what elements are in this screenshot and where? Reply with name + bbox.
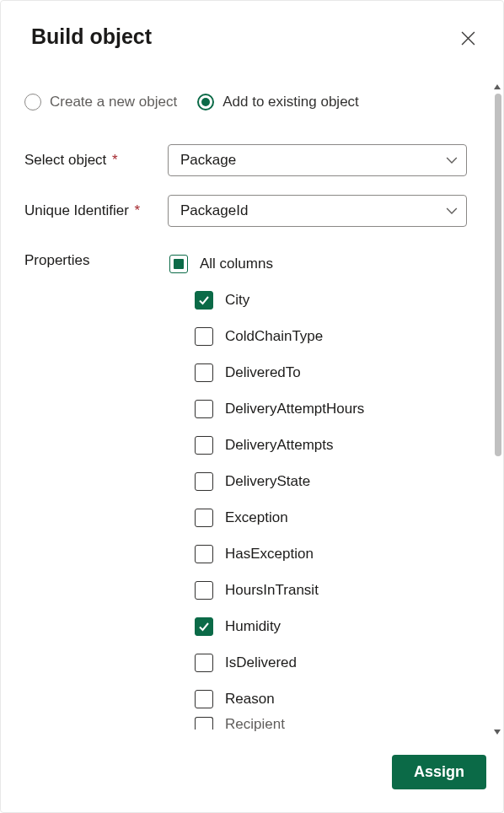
property-label: City xyxy=(225,292,249,309)
unique-id-dropdown[interactable]: PackageId xyxy=(168,195,467,227)
select-object-label: Select object * xyxy=(24,152,168,169)
radio-icon-selected xyxy=(197,94,214,110)
property-label: Exception xyxy=(225,509,288,526)
triangle-down-icon xyxy=(493,728,501,736)
radio-icon xyxy=(24,94,41,110)
properties-list: All columns CityColdChainTypeDeliveredTo… xyxy=(168,245,467,735)
unique-id-label: Unique Identifier * xyxy=(24,202,168,219)
property-label: Recipient xyxy=(225,717,285,732)
property-label: HoursInTransit xyxy=(225,582,319,599)
property-checkbox-cut[interactable] xyxy=(195,717,213,730)
vertical-scrollbar[interactable] xyxy=(491,79,503,739)
property-checkbox[interactable] xyxy=(195,472,213,491)
property-checkbox[interactable] xyxy=(195,581,213,600)
property-checkbox[interactable] xyxy=(195,400,213,418)
property-label: DeliveryState xyxy=(225,473,310,490)
scrollbar-track[interactable] xyxy=(491,94,503,724)
chevron-down-icon xyxy=(446,154,458,166)
property-label: ColdChainType xyxy=(225,328,323,345)
chevron-down-icon xyxy=(446,205,458,217)
property-checkbox[interactable] xyxy=(195,436,213,455)
property-checkbox[interactable] xyxy=(195,617,213,636)
radio-create-new[interactable]: Create a new object xyxy=(24,94,177,110)
all-columns-label: All columns xyxy=(200,256,273,272)
property-checkbox[interactable] xyxy=(195,327,213,346)
property-checkbox[interactable] xyxy=(195,690,213,708)
radio-add-label: Add to existing object xyxy=(223,94,359,110)
select-object-dropdown[interactable]: Package xyxy=(168,144,467,176)
dialog-title: Build object xyxy=(31,24,152,49)
scrollbar-thumb[interactable] xyxy=(495,94,501,456)
property-label: DeliveryAttempts xyxy=(225,437,333,454)
property-label: HasException xyxy=(225,546,314,563)
scroll-up-button[interactable] xyxy=(491,79,503,94)
close-icon xyxy=(461,31,475,46)
checkmark-icon xyxy=(198,621,210,633)
property-checkbox[interactable] xyxy=(195,509,213,527)
property-label: IsDelivered xyxy=(225,654,297,671)
all-columns-checkbox[interactable] xyxy=(169,255,188,273)
property-checkbox[interactable] xyxy=(195,654,213,672)
scroll-down-button[interactable] xyxy=(491,724,503,739)
close-button[interactable] xyxy=(458,28,478,48)
radio-create-label: Create a new object xyxy=(50,94,177,110)
property-checkbox[interactable] xyxy=(195,363,213,382)
select-object-value: Package xyxy=(180,152,236,169)
properties-label: Properties xyxy=(24,245,168,269)
property-checkbox[interactable] xyxy=(195,291,213,310)
unique-id-value: PackageId xyxy=(180,202,248,219)
property-checkbox[interactable] xyxy=(195,545,213,563)
property-label: DeliveredTo xyxy=(225,364,301,381)
property-label: DeliveryAttemptHours xyxy=(225,401,364,417)
property-label: Humidity xyxy=(225,618,281,635)
required-asterisk: * xyxy=(131,202,140,218)
assign-button[interactable]: Assign xyxy=(392,755,486,789)
radio-add-existing[interactable]: Add to existing object xyxy=(197,94,359,110)
property-label: Reason xyxy=(225,691,275,708)
indeterminate-icon xyxy=(174,259,184,269)
checkmark-icon xyxy=(198,294,210,306)
triangle-up-icon xyxy=(493,83,501,91)
mode-radio-group: Create a new object Add to existing obje… xyxy=(24,94,467,110)
required-asterisk: * xyxy=(108,152,117,168)
